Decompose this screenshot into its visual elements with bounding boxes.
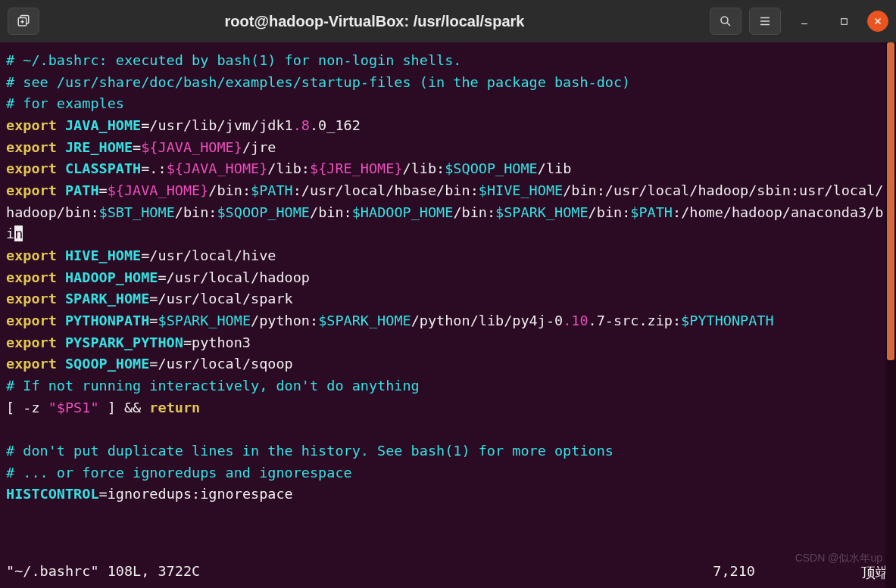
comment-line: # see /usr/share/doc/bash/examples/start… xyxy=(6,74,630,90)
text: /bin: xyxy=(208,182,251,198)
titlebar: root@hadoop-VirtualBox: /usr/local/spark xyxy=(0,0,896,42)
close-button[interactable] xyxy=(867,11,888,32)
text: = xyxy=(99,182,108,198)
var-sub: $SQOOP_HOME xyxy=(445,160,538,176)
text: =ignoredups:ignorespace xyxy=(99,486,293,502)
var-name: SPARK_HOME xyxy=(57,291,150,306)
text: /lib: xyxy=(267,160,310,176)
text: /bin: xyxy=(453,204,495,220)
keyword-export: export xyxy=(6,313,57,328)
text: .7-src.zip: xyxy=(588,313,682,328)
svg-point-1 xyxy=(721,17,728,23)
var-sub: $PATH xyxy=(251,182,293,198)
comment-line: # for examples xyxy=(6,95,124,111)
keyword-export: export xyxy=(6,269,57,285)
var-name: HIVE_HOME xyxy=(57,247,141,263)
var-sub: $SQOOP_HOME xyxy=(217,204,310,220)
comment-line: # don't put duplicate lines in the histo… xyxy=(6,443,613,459)
keyword-export: export xyxy=(6,291,57,306)
keyword-export: export xyxy=(6,139,57,155)
status-file: "~/.bashrc" 108L, 3722C xyxy=(6,563,200,582)
var-sub: ${JAVA_HOME} xyxy=(141,139,242,155)
var-sub: ${JAVA_HOME} xyxy=(108,182,209,198)
keyword-export: export xyxy=(6,334,57,350)
var-sub: $SPARK_HOME xyxy=(495,204,588,220)
var-sub: $PATH xyxy=(630,204,673,220)
text: /bin: xyxy=(310,204,352,220)
keyword-export: export xyxy=(6,247,57,263)
window-title: root@hadoop-VirtualBox: /usr/local/spark xyxy=(47,13,702,30)
scrollbar-thumb[interactable] xyxy=(887,42,894,360)
new-tab-button[interactable] xyxy=(8,8,39,35)
terminal-content[interactable]: # ~/.bashrc: executed by bash(1) for non… xyxy=(0,42,896,510)
var-name: HISTCONTROL xyxy=(6,486,99,502)
maximize-button[interactable] xyxy=(828,8,860,35)
var-sub: ${JAVA_HOME} xyxy=(167,160,268,176)
text: .0_162 xyxy=(310,117,361,133)
keyword-return: return xyxy=(149,400,200,415)
text: /python/lib/py4j-0 xyxy=(411,313,563,328)
text: /bin: xyxy=(588,204,631,220)
cursor: n xyxy=(14,226,23,241)
text: =/usr/local/sqoop xyxy=(149,356,292,372)
text: [ -z xyxy=(6,400,48,415)
var-sub: $SPARK_HOME xyxy=(158,313,251,328)
vim-status-line: "~/.bashrc" 108L, 3722C 7,210 顶端 xyxy=(6,563,890,582)
keyword-export: export xyxy=(6,356,57,372)
text: ] && xyxy=(99,400,150,415)
var-sub: $HIVE_HOME xyxy=(479,182,563,198)
watermark: CSDN @似水年up xyxy=(795,552,882,565)
search-button[interactable] xyxy=(710,8,741,35)
var-sub: $PYTHONPATH xyxy=(681,313,774,328)
text: /bin: xyxy=(175,204,217,220)
keyword-export: export xyxy=(6,160,57,176)
maximize-icon xyxy=(839,17,849,26)
status-position: 7,210 xyxy=(713,563,755,582)
text: =/usr/local/hive xyxy=(141,247,276,263)
close-icon xyxy=(873,16,883,26)
var-name: JAVA_HOME xyxy=(57,117,141,133)
string: "$PS1" xyxy=(48,400,99,415)
text: /lib: xyxy=(403,160,445,176)
text: =/usr/local/spark xyxy=(149,291,292,306)
text: = xyxy=(133,139,141,155)
var-sub: $HADOOP_HOME xyxy=(352,204,454,220)
search-icon xyxy=(719,14,732,28)
var-sub: $SBT_HOME xyxy=(99,204,175,220)
hamburger-icon xyxy=(758,14,772,28)
menu-button[interactable] xyxy=(749,8,781,35)
comment-line: # ... or force ignoredups and ignorespac… xyxy=(6,465,352,481)
var-sub: $SPARK_HOME xyxy=(318,313,411,328)
text: = xyxy=(149,313,158,328)
minimize-icon xyxy=(799,16,810,26)
comment-line: # If not running interactively, don't do… xyxy=(6,378,420,394)
number: .10 xyxy=(563,313,588,328)
text: =.: xyxy=(141,160,166,176)
text: /jre xyxy=(242,139,276,155)
svg-rect-2 xyxy=(841,18,847,24)
var-name: PATH xyxy=(57,182,99,198)
text: =/usr/lib/jvm/jdk1 xyxy=(141,117,292,133)
var-name: HADOOP_HOME xyxy=(57,269,158,285)
number: .8 xyxy=(293,117,310,133)
text: =/usr/local/hadoop xyxy=(158,269,309,285)
text: /python: xyxy=(251,313,318,328)
minimize-button[interactable] xyxy=(788,8,820,35)
keyword-export: export xyxy=(6,182,57,198)
var-name: PYTHONPATH xyxy=(57,313,150,328)
var-sub: ${JRE_HOME} xyxy=(310,160,403,176)
comment-line: # ~/.bashrc: executed by bash(1) for non… xyxy=(6,52,461,68)
text: =python3 xyxy=(183,334,251,350)
var-name: CLASSPATH xyxy=(57,160,141,176)
scrollbar[interactable] xyxy=(885,42,896,588)
var-name: JRE_HOME xyxy=(57,139,133,155)
var-name: SQOOP_HOME xyxy=(57,356,150,372)
var-name: PYSPARK_PYTHON xyxy=(57,334,183,350)
text: /lib xyxy=(538,160,572,176)
text: :/usr/local/hbase/bin: xyxy=(293,182,479,198)
keyword-export: export xyxy=(6,117,57,133)
